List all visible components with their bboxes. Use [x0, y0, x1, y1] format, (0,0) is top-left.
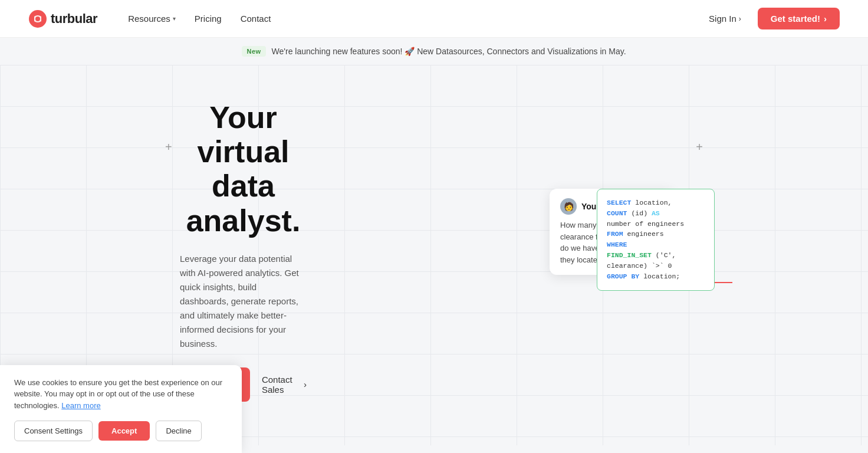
sql-line-6: FIND_IN_SET ('C',: [607, 250, 705, 261]
nav-item-pricing[interactable]: Pricing: [188, 9, 229, 28]
nav-right: Sign In › Get started! ›: [699, 8, 840, 29]
arrow-right-icon: ›: [824, 14, 827, 24]
accept-button[interactable]: Accept: [98, 421, 150, 441]
announcement-inner: New We're launching new features soon! 🚀…: [242, 46, 626, 57]
contact-sales-link[interactable]: Contact Sales ›: [262, 375, 307, 395]
chevron-down-icon: ▾: [173, 15, 176, 22]
logo-text: turbular: [51, 11, 97, 27]
cookie-banner: We use cookies to ensure you get the bes…: [0, 365, 242, 454]
sql-line-4: FROM engineers: [607, 229, 705, 239]
chevron-right-icon: ›: [739, 15, 741, 23]
avatar-icon: 🧑: [564, 202, 574, 211]
nav-item-contact[interactable]: Contact: [234, 9, 278, 28]
logo[interactable]: turbular: [28, 9, 97, 28]
nav-item-resources[interactable]: Resources ▾: [121, 9, 183, 28]
get-started-button-nav[interactable]: Get started! ›: [758, 8, 840, 29]
sql-line-8: GROUP BY location;: [607, 271, 705, 282]
sql-line-1: SELECT location,: [607, 198, 705, 208]
navbar: turbular Resources ▾ Pricing Contact Sig…: [0, 0, 868, 38]
logo-icon: [28, 9, 47, 28]
decline-button[interactable]: Decline: [156, 421, 201, 441]
announcement-message: We're launching new features soon! 🚀 New…: [272, 47, 626, 56]
sql-code-block: SELECT location, COUNT (id) AS number of…: [597, 189, 715, 291]
new-badge: New: [242, 46, 265, 57]
sql-line-5: WHERE: [607, 239, 705, 250]
cookie-actions: Consent Settings Accept Decline: [14, 421, 228, 441]
consent-settings-button[interactable]: Consent Settings: [14, 421, 93, 441]
sql-line-7: clearance) `>` 0: [607, 261, 705, 271]
announcement-bar: New We're launching new features soon! 🚀…: [0, 38, 868, 65]
sql-line-3: number of engineers: [607, 219, 705, 229]
sign-in-button[interactable]: Sign In ›: [699, 9, 751, 28]
avatar: 🧑: [560, 198, 577, 215]
learn-more-link[interactable]: Learn more: [61, 401, 100, 410]
sql-line-2: COUNT (id) AS: [607, 208, 705, 219]
svg-point-1: [35, 17, 40, 21]
chevron-right-icon-sales: ›: [304, 379, 307, 389]
hero-title: Your virtual data analyst.: [180, 100, 307, 238]
cookie-message: We use cookies to ensure you get the bes…: [14, 377, 228, 412]
hero-description: Leverage your data potential with AI-pow…: [180, 252, 307, 351]
plus-icon-top-right: +: [696, 140, 703, 154]
hero-content: Your virtual data analyst. Leverage your…: [0, 65, 307, 402]
chat-name: You: [581, 202, 596, 211]
nav-links: Resources ▾ Pricing Contact: [121, 9, 699, 28]
